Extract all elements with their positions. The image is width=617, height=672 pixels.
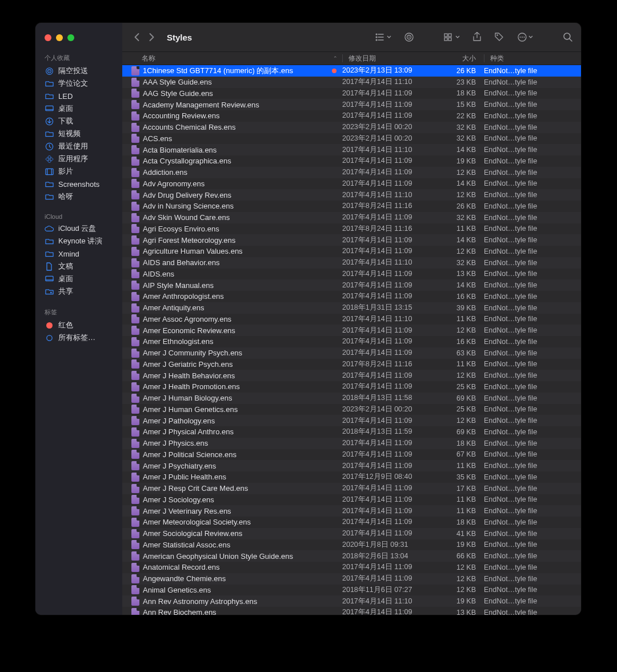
sidebar-item[interactable]: 短视频 bbox=[35, 127, 122, 140]
file-row[interactable]: Amer J Health Promotion.ens 2017年4月14日 1… bbox=[122, 381, 581, 393]
file-row[interactable]: Amer Antiquity.ens 2018年1月31日 13:15 39 K… bbox=[122, 302, 581, 314]
file-row[interactable]: Acta Biomaterialia.ens 2017年4月14日 11:10 … bbox=[122, 144, 581, 155]
file-row[interactable]: Agriculture Human Values.ens 2017年4月14日 … bbox=[122, 246, 581, 257]
zoom-icon[interactable] bbox=[67, 34, 74, 41]
file-row[interactable]: Animal Genetics.ens 2018年11月6日 07:27 12 … bbox=[122, 585, 581, 596]
file-name: Amer Economic Review.ens bbox=[143, 326, 342, 335]
file-row[interactable]: Ann Rev Biochem.ens 2017年4月14日 11:09 13 … bbox=[122, 607, 581, 615]
close-icon[interactable] bbox=[45, 34, 51, 41]
file-row[interactable]: Amer J Health Behavior.ens 2017年4月14日 11… bbox=[122, 370, 581, 381]
file-row[interactable]: Amer Assoc Agronomy.ens 2017年4月14日 11:10… bbox=[122, 314, 581, 325]
file-row[interactable]: Amer Economic Review.ens 2017年4月14日 11:0… bbox=[122, 325, 581, 336]
file-date: 2017年4月14日 11:09 bbox=[342, 326, 434, 335]
file-row[interactable]: American Geophysical Union Style Guide.e… bbox=[122, 550, 581, 562]
file-row[interactable]: AAG Style Guide.ens 2017年4月14日 11:09 18 … bbox=[122, 88, 581, 99]
column-header-date[interactable]: 修改日期 bbox=[342, 54, 434, 63]
sidebar-item[interactable]: 文稿 bbox=[35, 260, 122, 273]
file-row[interactable]: Amer Anthropologist.ens 2017年4月14日 11:09… bbox=[122, 291, 581, 302]
sidebar-item[interactable]: LED bbox=[35, 90, 122, 102]
file-row[interactable]: Amer Statistical Assoc.ens 2020年1月8日 09:… bbox=[122, 539, 581, 551]
file-row[interactable]: Agri Forest Meteorology.ens 2017年4月14日 1… bbox=[122, 234, 581, 246]
file-row[interactable]: Amer J Veterinary Res.ens 2017年4月14日 11:… bbox=[122, 505, 581, 517]
sidebar-item-label: LED bbox=[58, 92, 73, 101]
file-kind: EndNot…tyle file bbox=[484, 349, 581, 357]
share-button[interactable] bbox=[472, 32, 482, 42]
file-kind: EndNot…tyle file bbox=[484, 67, 581, 75]
file-row[interactable]: Ann Rev Astronomy Astrophys.ens 2017年4月1… bbox=[122, 595, 581, 607]
file-row[interactable]: ACS.ens 2023年2月14日 00:20 32 KB EndNot…ty… bbox=[122, 133, 581, 145]
search-button[interactable] bbox=[563, 32, 573, 42]
file-row[interactable]: Amer J Community Psych.ens 2017年4月14日 11… bbox=[122, 347, 581, 359]
sidebar-item[interactable]: 下载 bbox=[35, 115, 122, 127]
sidebar-item[interactable]: iCloud 云盘 bbox=[35, 222, 122, 235]
minimize-icon[interactable] bbox=[56, 34, 63, 41]
view-list-button[interactable] bbox=[375, 33, 391, 41]
sidebar-item[interactable]: 共享 bbox=[35, 285, 122, 298]
file-row[interactable]: Amer J Resp Crit Care Med.ens 2017年4月14日… bbox=[122, 483, 581, 494]
svg-point-2 bbox=[49, 70, 50, 71]
column-header-kind[interactable]: 种类 bbox=[484, 54, 581, 63]
file-row[interactable]: Accounts Chemical Res.ens 2023年2月14日 00:… bbox=[122, 122, 581, 133]
sidebar-item[interactable]: 学位论文 bbox=[35, 77, 122, 90]
file-row[interactable]: Amer J Physical Anthro.ens 2018年4月13日 11… bbox=[122, 426, 581, 438]
file-row[interactable]: Addiction.ens 2017年4月14日 11:09 12 KB End… bbox=[122, 167, 581, 178]
file-kind: EndNot…tyle file bbox=[484, 450, 581, 458]
file-kind: EndNot…tyle file bbox=[484, 134, 581, 142]
file-row[interactable]: Amer Ethnologist.ens 2017年4月14日 11:09 16… bbox=[122, 336, 581, 347]
file-row[interactable]: Angewandte Chemie.ens 2017年4月14日 11:09 1… bbox=[122, 573, 581, 585]
file-row[interactable]: Adv Agronomy.ens 2017年4月14日 11:09 14 KB … bbox=[122, 178, 581, 190]
sidebar-item[interactable]: 哈呀 bbox=[35, 190, 122, 203]
file-kind: EndNot…tyle file bbox=[484, 518, 581, 526]
file-row[interactable]: Adv Drug Delivery Rev.ens 2017年4月14日 11:… bbox=[122, 189, 581, 201]
sidebar-item[interactable]: 红色 bbox=[35, 319, 122, 331]
sidebar-item[interactable]: 应用程序 bbox=[35, 153, 122, 165]
file-row[interactable]: AAA Style Guide.ens 2017年4月14日 11:10 23 … bbox=[122, 77, 581, 88]
sidebar-item[interactable]: Keynote 讲演 bbox=[35, 235, 122, 247]
nav-forward-button[interactable] bbox=[145, 31, 158, 43]
file-row[interactable]: Amer J Physics.ens 2017年4月14日 11:09 18 K… bbox=[122, 438, 581, 449]
sidebar-item[interactable]: Xmind bbox=[35, 247, 122, 260]
sidebar-item[interactable]: 影片 bbox=[35, 165, 122, 178]
file-row[interactable]: Amer J Sociology.ens 2017年4月14日 11:09 11… bbox=[122, 494, 581, 506]
file-row[interactable]: AIDS and Behavior.ens 2017年4月14日 11:10 3… bbox=[122, 257, 581, 269]
sidebar-item[interactable]: 桌面 bbox=[35, 102, 122, 115]
sidebar-item-label: 应用程序 bbox=[58, 154, 88, 164]
file-row[interactable]: Amer J Psychiatry.ens 2017年4月14日 11:09 1… bbox=[122, 460, 581, 471]
file-row[interactable]: Accounting Review.ens 2017年4月14日 11:09 2… bbox=[122, 110, 581, 122]
file-kind: EndNot…tyle file bbox=[484, 575, 581, 583]
file-row[interactable]: Adv in Nursing Science.ens 2017年8月24日 11… bbox=[122, 201, 581, 212]
sidebar-item[interactable]: 最近使用 bbox=[35, 140, 122, 153]
file-row[interactable]: Amer Meteorological Society.ens 2017年4月1… bbox=[122, 517, 581, 528]
sidebar-item[interactable]: 隔空投送 bbox=[35, 65, 122, 77]
file-date: 2017年4月14日 11:10 bbox=[342, 314, 434, 324]
nav-back-button[interactable] bbox=[130, 31, 143, 43]
file-row[interactable]: Amer Sociological Review.ens 2017年4月14日 … bbox=[122, 528, 581, 539]
group-button[interactable] bbox=[444, 33, 460, 41]
file-name: Amer Sociological Review.ens bbox=[143, 529, 342, 538]
column-header-name[interactable]: 名称 ⌃ bbox=[122, 54, 342, 63]
file-row[interactable]: AIDS.ens 2017年4月14日 11:09 13 KB EndNot…t… bbox=[122, 269, 581, 280]
file-row[interactable]: Amer J Public Health.ens 2017年12月9日 08:4… bbox=[122, 471, 581, 483]
sidebar-item[interactable]: Screenshots bbox=[35, 178, 122, 190]
file-row[interactable]: Anatomical Record.ens 2017年4月14日 11:09 1… bbox=[122, 562, 581, 573]
file-row[interactable]: Amer J Human Genetics.ens 2023年2月14日 00:… bbox=[122, 404, 581, 415]
action-button[interactable] bbox=[517, 32, 533, 42]
file-name: Amer J Public Health.ens bbox=[143, 473, 342, 481]
file-row[interactable]: Amer J Geriatric Psych.ens 2017年8月24日 11… bbox=[122, 359, 581, 370]
file-row[interactable]: Adv Skin Wound Care.ens 2017年4月14日 11:09… bbox=[122, 212, 581, 223]
file-row[interactable]: Amer J Pathology.ens 2017年4月14日 11:09 12… bbox=[122, 415, 581, 426]
sidebar-item[interactable]: 所有标签… bbox=[35, 331, 122, 344]
airdrop-icon[interactable] bbox=[404, 32, 414, 42]
file-row[interactable]: Acta Crystallographica.ens 2017年4月14日 11… bbox=[122, 155, 581, 167]
file-row[interactable]: Agri Ecosys Enviro.ens 2017年8月24日 11:16 … bbox=[122, 223, 581, 235]
tag-button[interactable] bbox=[494, 32, 504, 42]
file-row[interactable]: Amer J Human Biology.ens 2018年4月13日 11:5… bbox=[122, 393, 581, 404]
file-row[interactable]: Amer J Political Science.ens 2017年4月14日 … bbox=[122, 449, 581, 461]
file-row[interactable]: Academy Management Review.ens 2017年4月14日… bbox=[122, 99, 581, 110]
file-size: 25 KB bbox=[434, 405, 484, 413]
column-header-size[interactable]: 大小 bbox=[434, 54, 484, 63]
sidebar-item[interactable]: 桌面 bbox=[35, 273, 122, 285]
sidebar-item-label: 下载 bbox=[58, 116, 73, 126]
file-row[interactable]: 1Chinese Std GBT7714 (numeric) 的副本.ens 2… bbox=[122, 65, 581, 77]
file-row[interactable]: AIP Style Manual.ens 2017年4月14日 11:09 14… bbox=[122, 279, 581, 291]
